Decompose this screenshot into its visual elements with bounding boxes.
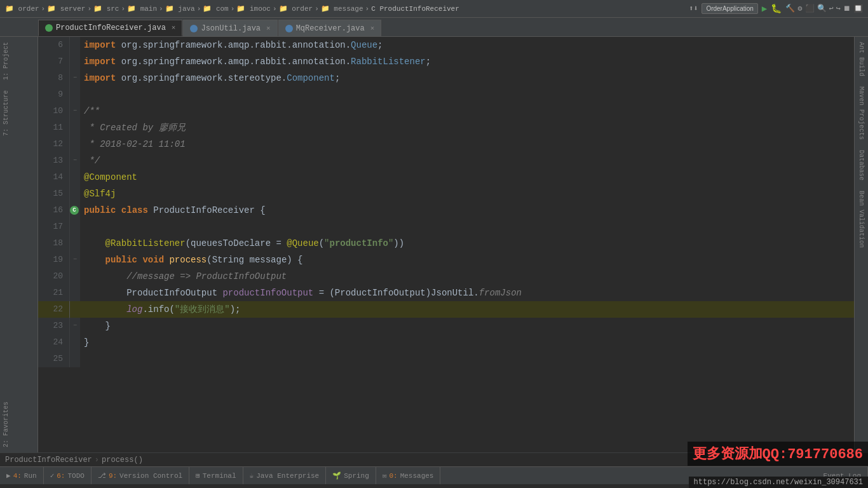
version-control-tab[interactable]: ⎇ 9: Version Control bbox=[92, 467, 189, 484]
line-gutter bbox=[70, 301, 80, 318]
watermark: 更多资源加QQ:791770686 bbox=[688, 442, 868, 466]
line-gutter bbox=[70, 219, 80, 235]
breadcrumb-item[interactable]: 📁 order bbox=[279, 4, 313, 13]
line-code bbox=[80, 351, 854, 367]
breadcrumb-item[interactable]: 📁 server bbox=[47, 4, 85, 13]
spring-icon: 🌱 bbox=[332, 471, 341, 480]
code-line-6: 6 import org.springframework.amqp.rabbit… bbox=[38, 37, 854, 53]
line-gutter bbox=[70, 268, 80, 285]
je-label: Java Enterprise bbox=[256, 472, 319, 480]
structure-panel[interactable]: 7: Structure bbox=[0, 85, 37, 141]
tab-label: MqReceiver.java bbox=[296, 24, 365, 33]
line-code: log.info("接收到消息"); bbox=[80, 301, 854, 318]
todo-label: TODO bbox=[67, 472, 84, 480]
tab-label: JsonUtil.java bbox=[201, 24, 261, 33]
ant-build-panel[interactable]: Ant Build bbox=[857, 37, 866, 81]
line-number: 9 bbox=[38, 86, 70, 103]
todo-icon: ✓ bbox=[50, 471, 55, 480]
terminal-label: Terminal bbox=[203, 472, 236, 480]
code-line-24: 24 } bbox=[38, 334, 854, 351]
code-line-22: 22 log.info("接收到消息"); bbox=[38, 301, 854, 318]
line-gutter: − bbox=[70, 70, 80, 86]
maven-projects-panel[interactable]: Maven Projects bbox=[857, 81, 866, 145]
code-line-12: 12 * 2018-02-21 11:01 bbox=[38, 136, 854, 152]
tab-num: 9: bbox=[109, 472, 117, 480]
fold-icon[interactable]: − bbox=[73, 70, 77, 86]
tab-label: ProductInfoReceiver.java bbox=[56, 24, 166, 32]
tab-json-util[interactable]: JsonUtil.java × bbox=[183, 20, 277, 36]
line-gutter bbox=[70, 136, 80, 152]
fold-icon[interactable]: − bbox=[73, 103, 77, 119]
database-panel[interactable]: Database bbox=[857, 145, 866, 186]
line-number: 23 bbox=[38, 318, 70, 334]
code-line-25: 25 bbox=[38, 351, 854, 367]
java-file-icon bbox=[45, 24, 53, 32]
code-line-23: 23 − } bbox=[38, 318, 854, 334]
line-code: } bbox=[80, 318, 854, 334]
tab-close-icon[interactable]: × bbox=[370, 25, 375, 32]
msg-icon: ✉ bbox=[383, 471, 387, 480]
line-gutter bbox=[70, 285, 80, 301]
project-panel[interactable]: 1: Project bbox=[0, 37, 37, 85]
code-line-18: 18 @RabbitListener(queuesToDeclare = @Qu… bbox=[38, 235, 854, 252]
code-line-15: 15 @Slf4j bbox=[38, 186, 854, 202]
line-gutter bbox=[70, 186, 80, 202]
fold-icon[interactable]: − bbox=[73, 318, 77, 334]
line-gutter bbox=[70, 119, 80, 136]
line-code: /** bbox=[80, 103, 854, 119]
favorites-panel[interactable]: 2: Favorites bbox=[0, 396, 37, 452]
fold-icon[interactable]: − bbox=[73, 152, 77, 169]
terminal-tab[interactable]: ⊞ Terminal bbox=[189, 467, 243, 484]
line-number: 22 bbox=[38, 301, 70, 318]
line-number: 7 bbox=[38, 53, 70, 70]
tab-mq-receiver[interactable]: MqReceiver.java × bbox=[278, 20, 382, 36]
run-tab[interactable]: ▶ 4: Run bbox=[0, 467, 44, 484]
toolbar-icons: ⬆⬇ bbox=[689, 4, 698, 13]
line-gutter bbox=[70, 86, 80, 103]
line-code: import org.springframework.amqp.rabbit.a… bbox=[80, 37, 854, 53]
line-number: 11 bbox=[38, 119, 70, 136]
link-bar: https://blog.csdn.net/weixin_30947631 bbox=[689, 477, 868, 488]
todo-tab[interactable]: ✓ 6: TODO bbox=[44, 467, 92, 484]
line-number: 14 bbox=[38, 169, 70, 186]
code-line-19: 19 − public void process(String message)… bbox=[38, 252, 854, 268]
line-code: * 2018-02-21 11:01 bbox=[80, 136, 854, 152]
breadcrumb-item[interactable]: 📁 java bbox=[165, 4, 195, 13]
line-gutter bbox=[70, 37, 80, 53]
bean-validation-panel[interactable]: Bean Validation bbox=[857, 186, 866, 253]
run-config-dropdown[interactable]: OrderApplication bbox=[702, 3, 757, 14]
breadcrumb-item[interactable]: 📁 com bbox=[203, 4, 228, 13]
breadcrumb-class[interactable]: ProductInfoReceiver bbox=[5, 456, 92, 464]
line-gutter: − bbox=[70, 252, 80, 268]
tab-close-icon[interactable]: × bbox=[172, 24, 176, 32]
line-code bbox=[80, 86, 854, 103]
line-gutter: − bbox=[70, 103, 80, 119]
breadcrumb-item[interactable]: 📁 order bbox=[5, 4, 39, 13]
code-line-9: 9 bbox=[38, 86, 854, 103]
messages-tab[interactable]: ✉ 0: Messages bbox=[376, 467, 441, 484]
editor-layout: 1: Project 7: Structure 2: Favorites 6 i… bbox=[0, 37, 868, 452]
line-gutter: C bbox=[70, 202, 80, 219]
tab-product-info-receiver[interactable]: ProductInfoReceiver.java × bbox=[38, 20, 182, 36]
class-icon: C bbox=[70, 206, 79, 215]
code-line-20: 20 //message => ProductInfoOutput bbox=[38, 268, 854, 285]
spring-tab[interactable]: 🌱 Spring bbox=[326, 467, 376, 484]
tab-close-icon[interactable]: × bbox=[266, 25, 271, 32]
breadcrumb-item[interactable]: 📁 message bbox=[321, 4, 363, 13]
code-editor[interactable]: 6 import org.springframework.amqp.rabbit… bbox=[38, 37, 854, 452]
debug-icon[interactable]: 🐛 bbox=[771, 3, 782, 14]
breadcrumb-item[interactable]: 📁 imooc bbox=[236, 4, 271, 13]
java-enterprise-tab[interactable]: ☕ Java Enterprise bbox=[243, 467, 327, 484]
line-gutter bbox=[70, 169, 80, 186]
code-line-17: 17 bbox=[38, 219, 854, 235]
line-number: 20 bbox=[38, 268, 70, 285]
tab-num: 6: bbox=[57, 472, 65, 480]
breadcrumb-method[interactable]: process() bbox=[102, 456, 143, 464]
line-code: import org.springframework.amqp.rabbit.a… bbox=[80, 53, 854, 70]
breadcrumb-item[interactable]: 📁 main bbox=[127, 4, 157, 13]
fold-icon[interactable]: − bbox=[73, 252, 77, 268]
breadcrumb-item[interactable]: 📁 src bbox=[93, 4, 119, 13]
vc-label: Version Control bbox=[119, 472, 182, 480]
line-gutter bbox=[70, 351, 80, 367]
run-icon[interactable]: ▶ bbox=[762, 3, 767, 14]
